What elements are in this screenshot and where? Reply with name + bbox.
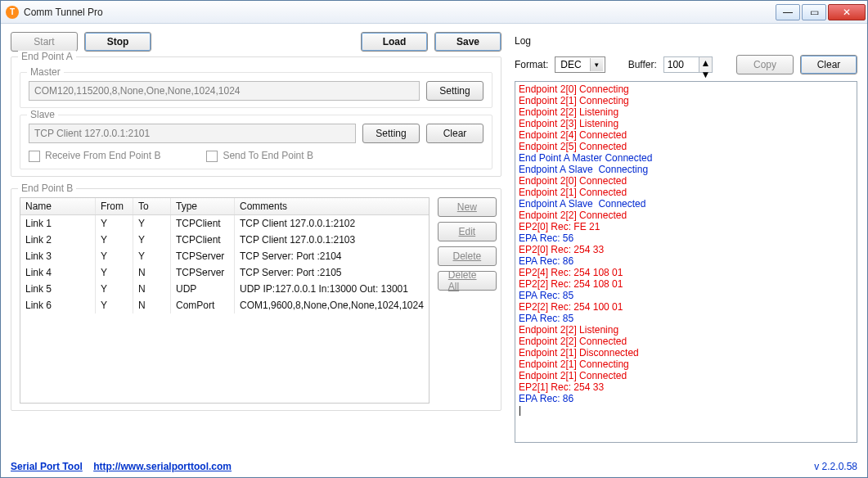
cell-name: Link 4 <box>20 264 96 281</box>
checkbox-icon <box>206 151 218 162</box>
cell-to: N <box>133 264 171 281</box>
minimize-button[interactable]: — <box>776 4 800 20</box>
log-line: Endpoint 2[2] Connected <box>519 336 853 347</box>
cell-type: ComPort <box>171 297 235 313</box>
log-line: EPA Rec: 86 <box>519 393 853 404</box>
send-label: Send To End Point B <box>223 150 313 161</box>
col-from[interactable]: From <box>96 198 133 214</box>
log-line: Endpoint 2[1] Connecting <box>519 95 853 106</box>
log-line: Endpoint 2[5] Connected <box>519 141 853 152</box>
cell-type: TCPServer <box>171 264 235 281</box>
titlebar: T Comm Tunnel Pro — ▭ ✕ <box>1 1 867 24</box>
log-line: EPA Rec: 86 <box>519 255 853 267</box>
load-button[interactable]: Load <box>361 32 428 52</box>
table-row[interactable]: Link 3YYTCPServerTCP Server: Port :2104 <box>20 248 429 264</box>
log-line: Endpoint 2[0] Connecting <box>519 83 853 95</box>
cell-from: Y <box>96 281 133 297</box>
log-line: Endpoint 2[1] Connected <box>519 370 853 381</box>
col-to[interactable]: To <box>133 198 171 214</box>
cell-from: Y <box>96 297 133 313</box>
receive-label: Receive From End Point B <box>45 150 160 161</box>
buffer-value[interactable]: 100 <box>663 56 699 73</box>
cell-from: Y <box>96 215 133 232</box>
table-row[interactable]: Link 6YNComPortCOM1,9600,8,None,One,None… <box>20 297 429 313</box>
cell-from: Y <box>96 248 133 264</box>
slave-setting-button[interactable]: Setting <box>362 124 420 143</box>
version-label: v 2.2.0.58 <box>814 461 857 472</box>
col-name[interactable]: Name <box>20 198 96 214</box>
cell-comments: TCP Server: Port :2105 <box>235 264 429 281</box>
slave-field: TCP Client 127.0.0.1:2101 <box>29 124 356 143</box>
log-line: EP2[0] Rec: 254 33 <box>519 244 853 255</box>
log-line: EPA Rec: 85 <box>519 313 853 324</box>
col-type[interactable]: Type <box>171 198 235 214</box>
table-row[interactable]: Link 4YNTCPServerTCP Server: Port :2105 <box>20 264 429 281</box>
endpoint-b-group: End Point B Name From To Type Comments L… <box>11 188 501 411</box>
receive-checkbox[interactable]: Receive From End Point B <box>29 150 160 162</box>
window-title: Comm Tunnel Pro <box>24 7 774 18</box>
log-line: Endpoint 2[2] Listening <box>519 324 853 336</box>
spinner-arrows-icon[interactable]: ▲▼ <box>699 56 713 73</box>
slave-clear-button[interactable]: Clear <box>426 124 483 143</box>
url-link[interactable]: http://www.serialporttool.com <box>93 461 232 472</box>
links-table[interactable]: Name From To Type Comments Link 1YYTCPCl… <box>20 197 430 404</box>
cell-type: TCPClient <box>171 215 235 232</box>
cell-name: Link 1 <box>20 215 96 232</box>
master-setting-button[interactable]: Setting <box>426 81 483 101</box>
slave-legend: Slave <box>27 109 58 120</box>
cell-comments: UDP IP:127.0.0.1 In:13000 Out: 13001 <box>235 281 429 297</box>
cell-type: TCPClient <box>171 232 235 248</box>
cell-comments: TCP Server: Port :2104 <box>235 248 429 264</box>
table-row[interactable]: Link 1YYTCPClientTCP Client 127.0.0.1:21… <box>20 215 429 232</box>
cell-comments: TCP Client 127.0.0.1:2102 <box>235 215 429 232</box>
log-textarea[interactable]: Endpoint 2[0] ConnectingEndpoint 2[1] Co… <box>515 81 857 443</box>
vendor-link[interactable]: Serial Port Tool <box>11 461 83 472</box>
cell-type: TCPServer <box>171 248 235 264</box>
delete-all-button[interactable]: Delete All <box>438 271 497 291</box>
cell-name: Link 5 <box>20 281 96 297</box>
copy-button[interactable]: Copy <box>736 55 794 74</box>
table-row[interactable]: Link 5YNUDPUDP IP:127.0.0.1 In:13000 Out… <box>20 281 429 297</box>
app-icon: T <box>6 6 19 19</box>
buffer-spinner[interactable]: 100 ▲▼ <box>663 56 713 73</box>
maximize-button[interactable]: ▭ <box>802 4 826 20</box>
start-button[interactable]: Start <box>11 32 78 52</box>
log-line: Endpoint 2[3] Listening <box>519 118 853 129</box>
master-field: COM120,115200,8,None,One,None,1024,1024 <box>29 81 420 101</box>
log-line: Endpoint A Slave Connected <box>519 198 853 210</box>
log-line: EPA Rec: 56 <box>519 232 853 244</box>
footer: Serial Port Tool http://www.serialportto… <box>11 461 857 472</box>
col-comments[interactable]: Comments <box>235 198 429 214</box>
table-row[interactable]: Link 2YYTCPClientTCP Client 127.0.0.1:21… <box>20 232 429 248</box>
cell-comments: COM1,9600,8,None,One,None,1024,1024 <box>235 297 429 313</box>
slave-group: Slave TCP Client 127.0.0.1:2101 Setting … <box>20 115 492 169</box>
stop-button[interactable]: Stop <box>84 32 151 52</box>
close-button[interactable]: ✕ <box>828 4 866 20</box>
cell-to: N <box>133 281 171 297</box>
cell-from: Y <box>96 264 133 281</box>
format-value: DEC <box>560 59 581 70</box>
save-button[interactable]: Save <box>434 32 501 52</box>
log-line: Endpoint 2[1] Connecting <box>519 358 853 370</box>
checkbox-icon <box>29 151 40 162</box>
master-legend: Master <box>27 66 64 78</box>
edit-button[interactable]: Edit <box>438 222 497 241</box>
endpoint-b-legend: End Point B <box>18 183 76 194</box>
cell-type: UDP <box>171 281 235 297</box>
delete-button[interactable]: Delete <box>438 246 497 266</box>
new-button[interactable]: New <box>438 197 497 217</box>
clear-log-button[interactable]: Clear <box>800 55 857 74</box>
table-header: Name From To Type Comments <box>20 198 429 215</box>
log-line: Endpoint 2[4] Connected <box>519 129 853 141</box>
cell-name: Link 2 <box>20 232 96 248</box>
log-line: Endpoint 2[2] Connected <box>519 210 853 221</box>
log-line: EP2[4] Rec: 254 108 01 <box>519 267 853 278</box>
chevron-down-icon: ▼ <box>590 58 603 71</box>
log-line: Endpoint A Slave Connecting <box>519 164 853 175</box>
window-controls: — ▭ ✕ <box>774 4 866 20</box>
format-select[interactable]: DEC ▼ <box>555 56 605 73</box>
log-line: Endpoint 2[0] Connected <box>519 175 853 187</box>
send-checkbox[interactable]: Send To End Point B <box>206 150 313 162</box>
cell-to: Y <box>133 232 171 248</box>
log-line: End Point A Master Connected <box>519 152 853 164</box>
